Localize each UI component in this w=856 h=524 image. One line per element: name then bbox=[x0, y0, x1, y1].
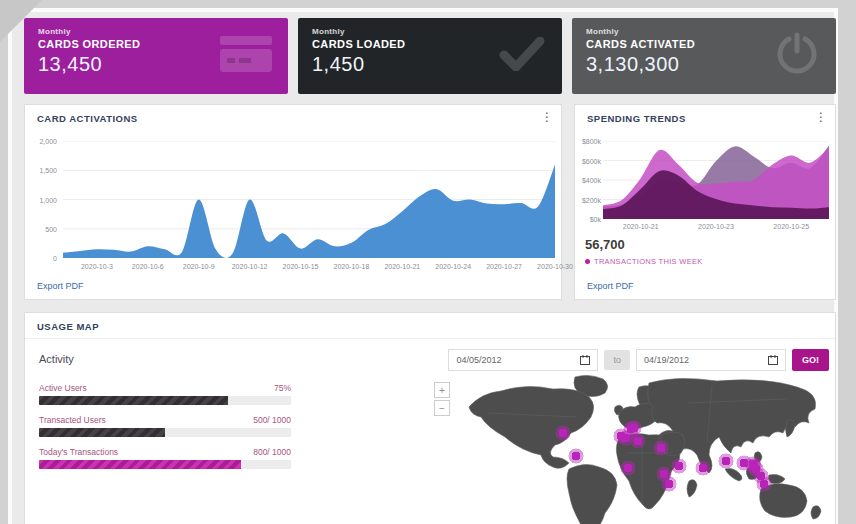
bar-label: Active Users bbox=[39, 383, 87, 393]
activations-area bbox=[63, 164, 555, 258]
panel-title: CARD ACTIVATIONS bbox=[37, 113, 138, 124]
progress-track bbox=[39, 428, 291, 437]
map-marker[interactable] bbox=[755, 475, 773, 493]
progress-fill bbox=[39, 396, 228, 405]
activity-label: Activity bbox=[39, 353, 74, 365]
date-range-controls: 04/05/2012 to 04/19/2012 GO! bbox=[448, 349, 829, 371]
card-cards-loaded: Monthly CARDS LOADED 1,450 bbox=[298, 18, 562, 94]
trends-y-axis: $800k$600k$400k$200k$0k bbox=[579, 141, 601, 219]
trends-x-axis: 2020-10-212020-10-232020-10-25 bbox=[603, 223, 829, 233]
progress-track bbox=[39, 396, 291, 405]
zoom-in-button[interactable]: + bbox=[434, 382, 450, 398]
date-from-value: 04/05/2012 bbox=[456, 355, 501, 365]
power-icon bbox=[774, 31, 820, 81]
card-period: Monthly bbox=[312, 27, 548, 36]
transactions-count: 56,700 bbox=[585, 237, 625, 252]
legend-label: TRANSACTIONS THIS WEEK bbox=[594, 257, 703, 266]
progress-row-todays-transactions: Today's Transactions 800/ 1000 bbox=[39, 447, 291, 469]
trends-area-chart bbox=[603, 141, 829, 219]
card-cards-activated: Monthly CARDS ACTIVATED 3,130,300 bbox=[572, 18, 836, 94]
to-label: to bbox=[604, 350, 630, 370]
page-corner-decoration bbox=[0, 0, 42, 42]
spending-trends-panel: SPENDING TRENDS ⋮ $800k$600k$400k$200k$0… bbox=[574, 104, 836, 300]
card-activations-panel: CARD ACTIVATIONS ⋮ 2,0001,5001,0005000 2… bbox=[24, 104, 562, 300]
map-zoom-controls: + − bbox=[434, 382, 450, 416]
usage-map-panel: USAGE MAP Activity Active Users 75% Tran… bbox=[24, 312, 836, 524]
panel-title: SPENDING TRENDS bbox=[587, 113, 686, 124]
credit-card-icon bbox=[220, 36, 272, 76]
map-marker[interactable] bbox=[554, 424, 572, 442]
map-marker[interactable] bbox=[717, 452, 735, 470]
legend-dot-icon bbox=[585, 259, 590, 264]
map-marker[interactable] bbox=[629, 432, 647, 450]
header-divider bbox=[25, 338, 835, 339]
progress-row-transacted-users: Transacted Users 500/ 1000 bbox=[39, 415, 291, 437]
map-marker[interactable] bbox=[652, 439, 670, 457]
map-marker[interactable] bbox=[670, 457, 688, 475]
calendar-icon bbox=[768, 355, 778, 365]
trends-legend: TRANSACTIONS THIS WEEK bbox=[585, 257, 703, 266]
bar-value: 75% bbox=[274, 383, 291, 393]
card-cards-ordered: Monthly CARDS ORDERED 13,450 bbox=[24, 18, 288, 94]
date-from-input[interactable]: 04/05/2012 bbox=[448, 349, 598, 371]
card-period: Monthly bbox=[38, 27, 274, 36]
date-to-input[interactable]: 04/19/2012 bbox=[636, 349, 786, 371]
activity-bars: Active Users 75% Transacted Users 500/ 1… bbox=[39, 383, 291, 479]
world-map[interactable] bbox=[457, 373, 837, 524]
bar-value: 500/ 1000 bbox=[253, 415, 291, 425]
zoom-out-button[interactable]: − bbox=[434, 400, 450, 416]
activations-area-chart bbox=[63, 141, 555, 258]
progress-track bbox=[39, 460, 291, 469]
bar-label: Transacted Users bbox=[39, 415, 106, 425]
progress-row-active-users: Active Users 75% bbox=[39, 383, 291, 405]
panel-title: USAGE MAP bbox=[37, 321, 99, 332]
map-marker[interactable] bbox=[694, 459, 712, 477]
bar-value: 800/ 1000 bbox=[253, 447, 291, 457]
progress-fill bbox=[39, 460, 241, 469]
go-button[interactable]: GO! bbox=[792, 349, 829, 371]
date-to-value: 04/19/2012 bbox=[644, 355, 689, 365]
calendar-icon bbox=[580, 355, 590, 365]
export-pdf-link[interactable]: Export PDF bbox=[37, 281, 84, 291]
activations-x-axis: 2020-10-32020-10-62020-10-92020-10-12202… bbox=[63, 263, 555, 273]
check-icon bbox=[498, 37, 546, 75]
map-marker[interactable] bbox=[619, 459, 637, 477]
export-pdf-link[interactable]: Export PDF bbox=[587, 281, 634, 291]
kebab-menu-icon[interactable]: ⋮ bbox=[541, 111, 553, 123]
bar-label: Today's Transactions bbox=[39, 447, 118, 457]
map-marker[interactable] bbox=[660, 475, 678, 493]
progress-fill bbox=[39, 428, 165, 437]
activations-y-axis: 2,0001,5001,0005000 bbox=[31, 141, 57, 258]
map-marker[interactable] bbox=[567, 447, 585, 465]
stat-cards-row: Monthly CARDS ORDERED 13,450 Monthly CAR… bbox=[24, 18, 836, 94]
kebab-menu-icon[interactable]: ⋮ bbox=[815, 111, 827, 123]
